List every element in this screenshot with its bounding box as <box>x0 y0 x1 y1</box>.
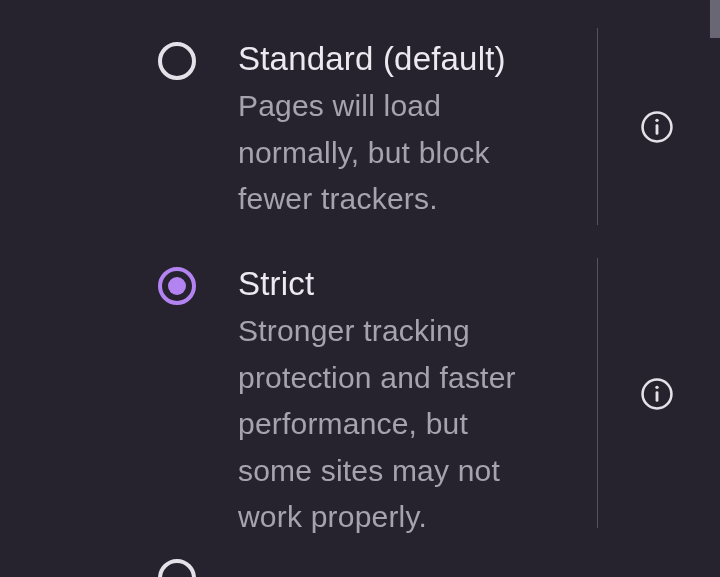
radio-unselected-icon[interactable] <box>158 42 196 80</box>
option-title: Standard (default) <box>238 38 550 79</box>
info-button-strict[interactable] <box>640 377 674 411</box>
option-title: Strict <box>238 263 550 304</box>
info-icon <box>640 110 674 144</box>
svg-rect-5 <box>656 391 659 402</box>
info-button-standard[interactable] <box>640 110 674 144</box>
option-standard[interactable]: Standard (default) Pages will load norma… <box>158 38 720 263</box>
radio-selected-icon[interactable] <box>158 267 196 305</box>
option-description: Stronger tracking protection and faster … <box>238 308 550 541</box>
svg-rect-2 <box>656 124 659 135</box>
divider <box>597 28 598 225</box>
option-strict[interactable]: Strict Stronger tracking protection and … <box>158 263 720 577</box>
svg-point-1 <box>655 119 658 122</box>
option-description: Pages will load normally, but block fewe… <box>238 83 550 223</box>
tracking-protection-options: Standard (default) Pages will load norma… <box>0 0 720 577</box>
option-text: Strict Stronger tracking protection and … <box>238 263 558 541</box>
divider <box>597 258 598 528</box>
svg-point-4 <box>655 386 658 389</box>
info-icon <box>640 377 674 411</box>
scrollbar-thumb[interactable] <box>710 0 720 38</box>
option-text: Standard (default) Pages will load norma… <box>238 38 558 223</box>
